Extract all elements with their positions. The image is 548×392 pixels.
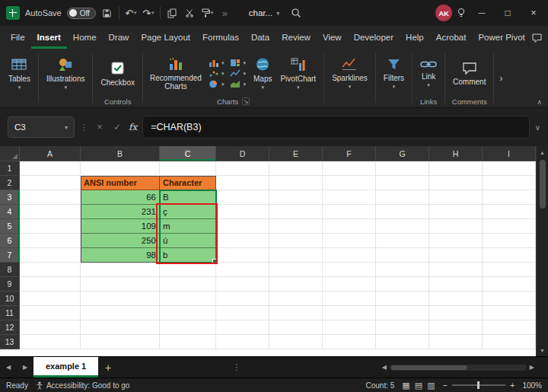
cell-I7[interactable] <box>483 248 536 263</box>
cell-E7[interactable] <box>269 248 323 263</box>
search-icon[interactable] <box>290 5 302 21</box>
comments-icon[interactable] <box>531 29 543 46</box>
cell-A7[interactable] <box>20 248 81 263</box>
cell-A5[interactable] <box>20 219 81 234</box>
column-header-B[interactable]: B <box>81 146 160 161</box>
menu-view[interactable]: View <box>317 26 348 49</box>
redo-icon[interactable]: ↷▾ <box>142 5 155 21</box>
scatter-chart-icon[interactable]: ▾ <box>209 69 225 78</box>
ribbon-overflow-icon[interactable]: › <box>495 49 507 107</box>
recommended-charts-button[interactable]: Recommended Charts <box>147 55 205 92</box>
cell-E4[interactable] <box>269 205 323 219</box>
cell-H6[interactable] <box>429 234 483 248</box>
checkbox-button[interactable]: Checkbox <box>97 59 138 88</box>
cell-A12[interactable] <box>20 320 81 335</box>
page-break-preview-icon[interactable]: ▥ <box>427 381 435 390</box>
cell-F6[interactable] <box>323 234 376 248</box>
cell-H12[interactable] <box>429 320 483 335</box>
cell-E13[interactable] <box>269 335 323 349</box>
cell-C4[interactable]: ç <box>160 205 216 219</box>
menu-acrobat[interactable]: Acrobat <box>430 26 473 49</box>
cell-B2[interactable]: ANSI number <box>81 176 160 190</box>
cell-B4[interactable]: 231 <box>81 205 160 219</box>
lightbulb-icon[interactable] <box>455 5 467 21</box>
cell-D1[interactable] <box>216 161 269 176</box>
cell-I6[interactable] <box>483 234 536 248</box>
column-header-G[interactable]: G <box>376 146 429 161</box>
cell-G5[interactable] <box>376 219 429 234</box>
cell-E11[interactable] <box>269 306 323 320</box>
cell-G4[interactable] <box>376 205 429 219</box>
cell-D11[interactable] <box>216 306 269 320</box>
column-header-H[interactable]: H <box>429 146 483 161</box>
cell-F2[interactable] <box>323 176 376 190</box>
cell-F13[interactable] <box>323 335 376 349</box>
column-header-D[interactable]: D <box>216 146 269 161</box>
cell-I9[interactable] <box>483 277 536 292</box>
filters-button[interactable]: Filters ▾ <box>380 56 408 91</box>
cell-A11[interactable] <box>20 306 81 320</box>
cell-G3[interactable] <box>376 190 429 205</box>
cell-C3[interactable]: B <box>160 190 216 205</box>
cell-D6[interactable] <box>216 234 269 248</box>
cell-G8[interactable] <box>376 263 429 277</box>
accessibility-status[interactable]: Accessibility: Good to go <box>36 381 130 390</box>
page-layout-view-icon[interactable]: ▤ <box>415 381 422 390</box>
cell-E9[interactable] <box>269 277 323 292</box>
cell-F3[interactable] <box>323 190 376 205</box>
cell-B6[interactable]: 250 <box>81 234 160 248</box>
row-header-11[interactable]: 11 <box>0 306 20 320</box>
sheet-nav-left-icon[interactable]: ◀ <box>0 357 17 378</box>
cell-A10[interactable] <box>20 292 81 306</box>
insert-function-icon[interactable]: fx <box>129 122 137 132</box>
column-header-F[interactable]: F <box>323 146 376 161</box>
cell-H13[interactable] <box>429 335 483 349</box>
zoom-level[interactable]: 100% <box>522 381 542 390</box>
cell-F1[interactable] <box>323 161 376 176</box>
pie-chart-icon[interactable]: ▾ <box>209 80 225 88</box>
sparklines-button[interactable]: Sparklines ▾ <box>328 56 371 91</box>
area-chart-icon[interactable]: ▾ <box>230 80 246 88</box>
cell-E2[interactable] <box>269 176 323 190</box>
close-button[interactable]: × <box>522 3 545 23</box>
formula-input[interactable]: =CHAR(B3) <box>142 116 529 139</box>
row-header-13[interactable]: 13 <box>0 335 20 349</box>
cell-G2[interactable] <box>376 176 429 190</box>
column-header-C[interactable]: C <box>160 146 216 161</box>
add-sheet-button[interactable]: + <box>98 357 118 378</box>
cell-B1[interactable] <box>81 161 160 176</box>
comment-button[interactable]: Comment <box>449 60 489 88</box>
cell-A8[interactable] <box>20 263 81 277</box>
cell-H2[interactable] <box>429 176 483 190</box>
name-box[interactable]: C3 ▾ <box>8 116 75 138</box>
cell-G10[interactable] <box>376 292 429 306</box>
column-header-A[interactable]: A <box>20 146 81 161</box>
cell-H11[interactable] <box>429 306 483 320</box>
cell-H7[interactable] <box>429 248 483 263</box>
cell-C12[interactable] <box>160 320 216 335</box>
cell-H9[interactable] <box>429 277 483 292</box>
zoom-slider-thumb[interactable] <box>477 381 480 389</box>
menu-developer[interactable]: Developer <box>348 26 400 49</box>
sheet-nav-right-icon[interactable]: ▶ <box>17 357 33 378</box>
cell-F8[interactable] <box>323 263 376 277</box>
cell-B10[interactable] <box>81 292 160 306</box>
cell-D2[interactable] <box>216 176 269 190</box>
cell-C9[interactable] <box>160 277 216 292</box>
cell-B11[interactable] <box>81 306 160 320</box>
row-header-3[interactable]: 3 <box>0 190 20 205</box>
pivotchart-button[interactable]: PivotChart ▾ <box>276 56 320 92</box>
cell-F4[interactable] <box>323 205 376 219</box>
avatar[interactable]: AK <box>435 5 452 21</box>
cell-H3[interactable] <box>429 190 483 205</box>
cut-icon[interactable] <box>183 5 196 21</box>
cell-A9[interactable] <box>20 277 81 292</box>
menu-page-layout[interactable]: Page Layout <box>135 26 196 49</box>
cell-D4[interactable] <box>216 205 269 219</box>
cell-I2[interactable] <box>483 176 536 190</box>
undo-icon[interactable]: ↶▾ <box>125 5 137 21</box>
maximize-button[interactable]: □ <box>496 3 519 23</box>
cell-E1[interactable] <box>269 161 323 176</box>
cell-G13[interactable] <box>376 335 429 349</box>
column-header-I[interactable]: I <box>483 146 536 161</box>
